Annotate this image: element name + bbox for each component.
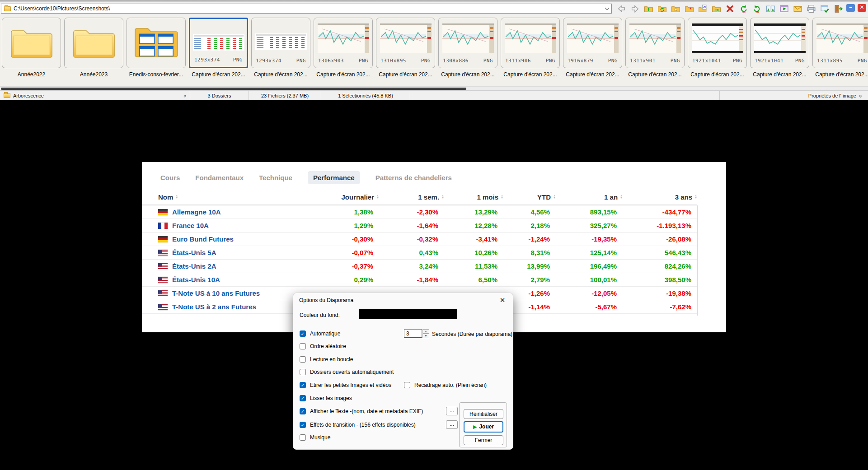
checkbox-row-dossiers-ouverts[interactable]: Dossiers ouverts automatiquement <box>300 368 394 376</box>
folder-new-icon[interactable] <box>683 3 695 14</box>
spinner-down-button[interactable]: ▼ <box>422 334 429 338</box>
sort-icon[interactable]: ▲▼ <box>175 195 178 199</box>
transition-options-button[interactable]: ... <box>446 420 458 429</box>
thumbnail-item[interactable]: 868x470 PNG Capture d'écran 202... <box>750 18 809 86</box>
background-color-swatch[interactable] <box>359 309 457 319</box>
address-bar-input[interactable]: C:\Users\corde10\Pictures\Screenshots\ <box>1 4 612 14</box>
tab-performance[interactable]: Performance <box>308 171 360 184</box>
checkbox-row-musique[interactable]: Musique <box>300 434 330 441</box>
effets-transition-checkbox[interactable] <box>300 422 306 428</box>
close-window-button[interactable]: ✕ <box>858 4 866 12</box>
move-to-folder-icon[interactable] <box>697 3 708 14</box>
rotate-right-90-icon[interactable]: 90 <box>751 3 763 14</box>
checkbox-row-effets-transition[interactable]: Effets de transition - (156 effets dispo… <box>300 421 416 428</box>
lecture-en-boucle-checkbox[interactable] <box>300 356 306 363</box>
thumbnail-item[interactable]: 868x470 PNG Capture d'écran 202... <box>688 18 747 86</box>
back-icon[interactable] <box>615 3 627 14</box>
instrument-link[interactable]: États-Unis 5A <box>172 249 216 256</box>
checkbox-row-automatique[interactable]: Automatique <box>300 330 340 337</box>
tab-technique[interactable]: Technique <box>259 174 292 181</box>
thumbnail-preview[interactable]: 1311x906 PNG <box>501 18 560 68</box>
instrument-link[interactable]: Euro Bund Futures <box>172 235 234 243</box>
checkbox-row-afficher-texte[interactable]: Afficher le Texte -(nom, date et metadat… <box>300 408 423 415</box>
thumbnail-item[interactable]: Année2023 <box>64 18 123 86</box>
thumbnail-preview[interactable]: 1308x886 PNG <box>438 18 497 68</box>
image-properties-toggle[interactable]: Propriétés de l' image » <box>720 91 868 100</box>
thumbnail-item[interactable]: 1916x879 PNG Capture d'écran 202... <box>563 18 622 86</box>
thumbnail-item[interactable]: 1306x903 PNG Capture d'écran 202... <box>314 18 373 86</box>
delete-icon[interactable] <box>724 3 736 14</box>
print-icon[interactable] <box>805 3 817 14</box>
thumbnail-preview[interactable]: 868x470 PNG <box>688 18 747 68</box>
scrollbar-thumb[interactable] <box>1 88 466 90</box>
checkbox-row-lecture-boucle[interactable]: Lecture en boucle <box>300 356 353 363</box>
thumbnail-item[interactable]: Année2022 <box>2 18 61 86</box>
double-chevron-icon[interactable]: » <box>858 94 863 96</box>
thumbnail-preview[interactable]: 1306x903 PNG <box>314 18 373 68</box>
thumbnail-item[interactable]: 1308x886 PNG Capture d'écran 202... <box>438 18 497 86</box>
column-header-1-mois[interactable]: 1 mois▲▼ <box>444 193 503 201</box>
thumbnail-preview[interactable]: 1310x895 PNG <box>376 18 435 68</box>
column-header-nom[interactable]: Nom▲▼ <box>142 193 317 201</box>
compare-images-icon[interactable] <box>765 3 776 14</box>
folder-refresh-icon[interactable] <box>656 3 668 14</box>
thumbnail-preview[interactable] <box>2 18 61 68</box>
forward-icon[interactable] <box>629 3 641 14</box>
slideshow-icon[interactable] <box>778 3 790 14</box>
musique-checkbox[interactable] <box>300 434 306 441</box>
thumbnail-item[interactable]: 1311x906 PNG Capture d'écran 202... <box>501 18 560 86</box>
thumbnail-preview[interactable]: 1293x374 PNG <box>251 18 310 68</box>
thumbnail-item[interactable]: 1311x901 PNG Capture d'écran 202... <box>625 18 685 86</box>
column-header-3-ans[interactable]: 3 ans▲▼ <box>623 193 697 201</box>
column-header-1-sem-[interactable]: 1 sem.▲▼ <box>379 193 444 201</box>
recadrage-auto-checkbox[interactable] <box>404 382 410 388</box>
rotate-left-90-icon[interactable]: 90 <box>737 3 749 14</box>
close-dialog-button[interactable]: Fermer <box>464 435 503 445</box>
checkbox-row-ordre-aleatoire[interactable]: Ordre aléatoire <box>300 343 346 350</box>
email-icon[interactable] <box>792 3 803 14</box>
ordre-aleatoire-checkbox[interactable] <box>300 343 306 349</box>
seconds-spinner[interactable]: 3 ▲ ▼ <box>404 329 429 338</box>
thumbnail-preview[interactable] <box>64 18 123 68</box>
checkbox-row-recadrage[interactable]: Recadrage auto. (Plein écran) <box>404 382 487 389</box>
thumbnail-preview[interactable] <box>127 18 186 68</box>
instrument-link[interactable]: T-Note US à 2 ans Futures <box>172 303 256 311</box>
instrument-link[interactable]: Allemagne 10A <box>172 208 221 216</box>
thumbnail-preview[interactable]: 1916x879 PNG <box>563 18 622 68</box>
thumbnail-preview[interactable]: 1311x895 PNG <box>812 18 868 68</box>
instrument-link[interactable]: États-Unis 2A <box>172 262 216 270</box>
minimize-button[interactable]: – <box>846 4 855 12</box>
lisser-images-checkbox[interactable] <box>300 395 306 401</box>
thumbnail-item[interactable]: 1293x374 PNG Capture d'écran 202... <box>189 18 248 86</box>
thumbnail-item[interactable]: Enedis-conso-fevrier... <box>127 18 186 86</box>
column-header-1-an[interactable]: 1 an▲▼ <box>556 193 623 201</box>
thumbnail-item[interactable]: 1310x895 PNG Capture d'écran 202... <box>376 18 435 86</box>
text-options-button[interactable]: ... <box>446 407 458 415</box>
thumbnail-preview[interactable]: 868x470 PNG <box>750 18 809 68</box>
afficher-texte-checkbox[interactable] <box>300 408 306 414</box>
thumbnail-item[interactable]: 1293x374 PNG Capture d'écran 202... <box>251 18 310 86</box>
automatique-checkbox[interactable] <box>300 330 306 337</box>
dialog-close-button[interactable]: ✕ <box>497 295 507 305</box>
checkbox-row-etirer[interactable]: Etirer les petites Images et vidéos <box>300 382 391 389</box>
dossiers-ouverts-checkbox[interactable] <box>300 369 306 375</box>
folder-favorites-icon[interactable] <box>670 3 681 14</box>
instrument-link[interactable]: France 10A <box>172 222 209 229</box>
folder-up-icon[interactable] <box>643 3 654 14</box>
play-button[interactable]: ▶Jouer <box>464 421 503 433</box>
thumbnail-item[interactable]: 1311x895 PNG Capture d'écran 202... <box>812 18 868 86</box>
chevron-down-icon[interactable] <box>605 5 610 10</box>
copy-to-folder-icon[interactable] <box>710 3 722 14</box>
tab-cours[interactable]: Cours <box>160 174 180 181</box>
reset-button[interactable]: Reinitialiser <box>464 409 503 419</box>
horizontal-scrollbar[interactable] <box>0 86 868 90</box>
sort-icon[interactable]: ▲▼ <box>694 195 697 199</box>
instrument-link[interactable]: États-Unis 10A <box>172 276 220 284</box>
tree-pane-toggle[interactable]: Arborescence » <box>0 91 190 100</box>
thumbnail-preview[interactable]: 1293x374 PNG <box>189 18 248 68</box>
tab-fondamentaux[interactable]: Fondamentaux <box>195 174 244 181</box>
thumbnail-preview[interactable]: 1311x901 PNG <box>625 18 685 68</box>
checkbox-row-lisser[interactable]: Lisser les images <box>300 395 352 402</box>
image-properties-icon[interactable] <box>819 3 830 14</box>
exit-icon[interactable] <box>832 3 844 14</box>
